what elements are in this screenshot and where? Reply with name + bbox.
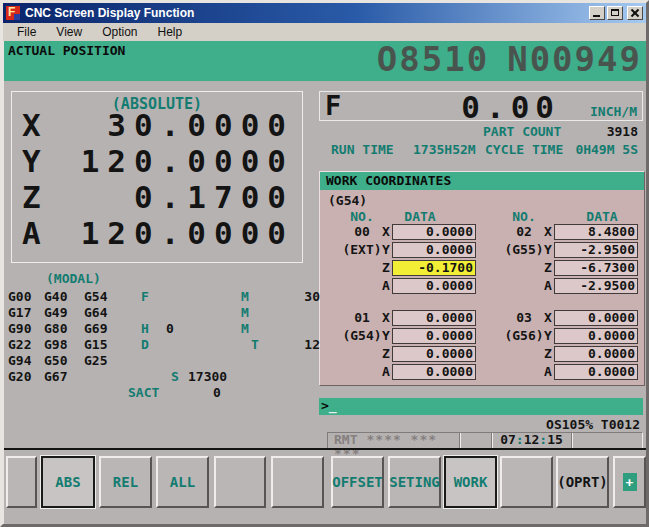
modal-row-3: G90 G80 G69 H 0 M <box>4 321 324 337</box>
window-title: CNC Screen Display Function <box>25 6 194 20</box>
plus-icon: + <box>623 473 637 491</box>
wc-axis: Y <box>544 328 554 343</box>
wc-group-02-g55: 02 (G55) X 8.4800 Y -2.9500 Z -6.7300 A … <box>496 224 644 300</box>
modal-gcode: G00 <box>8 289 31 304</box>
modal-row-4: G22 G98 G15 D T 12 <box>4 337 324 353</box>
modal-gcode: G54 <box>84 289 107 304</box>
wc-03-x-value[interactable]: 0.0000 <box>554 310 638 326</box>
menu-view[interactable]: View <box>50 24 88 40</box>
run-time-label: RUN TIME <box>331 142 394 157</box>
softkey-next-page[interactable]: + <box>613 456 646 508</box>
axis-value: 0.1700 <box>134 179 294 215</box>
col-header-data: DATA <box>560 209 644 224</box>
softkey-rel[interactable]: REL <box>99 456 152 508</box>
modal-title: (MODAL) <box>46 271 101 286</box>
cycle-time-value: 0H49M 5S <box>575 142 638 157</box>
app-icon-corner <box>14 14 20 20</box>
modal-gcode: G49 <box>44 305 67 320</box>
softkey-blank-1[interactable] <box>6 456 37 508</box>
mdi-input-line[interactable]: >_ <box>319 398 643 415</box>
wc-02-z-value[interactable]: -6.7300 <box>554 260 638 276</box>
softkey-oprt[interactable]: (OPRT) <box>556 456 609 508</box>
modal-gcode: G80 <box>44 321 67 336</box>
wc-03-y-value[interactable]: 0.0000 <box>554 328 638 344</box>
wc-00-z-value-highlighted[interactable]: -0.1700 <box>392 260 476 276</box>
wc-03-z-value[interactable]: 0.0000 <box>554 346 638 362</box>
softkey-blank-4[interactable] <box>500 456 553 508</box>
title-bar[interactable]: F CNC Screen Display Function <box>3 3 646 23</box>
close-button[interactable] <box>627 6 643 20</box>
modal-row-5: G94 G50 G25 <box>4 353 324 369</box>
wc-00-x-value[interactable]: 0.0000 <box>392 224 476 240</box>
override-tool-status: OS105% T0012 <box>546 417 640 432</box>
wc-01-a-value[interactable]: 0.0000 <box>392 364 476 380</box>
modal-row-6: G20 G67 S 17300 <box>4 369 324 385</box>
menu-option[interactable]: Option <box>96 24 143 40</box>
wc-02-x-value[interactable]: 8.4800 <box>554 224 638 240</box>
axis-letter: Z <box>22 179 41 215</box>
modal-gcode: G22 <box>8 337 31 352</box>
feedrate-box: F 0.00 INCH/M <box>319 91 643 121</box>
minimize-button[interactable] <box>589 6 605 20</box>
menu-help[interactable]: Help <box>152 24 189 40</box>
modal-f-label: F <box>141 289 149 304</box>
wc-01-x-value[interactable]: 0.0000 <box>392 310 476 326</box>
modal-gcode: G20 <box>8 369 31 384</box>
wc-axis: Y <box>382 242 392 257</box>
modal-gcode: G15 <box>84 337 107 352</box>
maximize-icon <box>611 9 619 16</box>
input-cursor: _ <box>329 398 337 413</box>
wc-02-y-value[interactable]: -2.9500 <box>554 242 638 258</box>
wc-group-00-ext: 00 (EXT) X 0.0000 Y 0.0000 Z -0.1700 A 0… <box>334 224 482 300</box>
modal-row-1: G00 G40 G54 F M 30 <box>4 289 324 305</box>
program-number: O8510 <box>377 39 489 79</box>
modal-m-label: M <box>241 305 249 320</box>
wc-00-a-value[interactable]: 0.0000 <box>392 278 476 294</box>
softkey-blank-2[interactable] <box>214 456 266 508</box>
wc-02-a-value[interactable]: -2.9500 <box>554 278 638 294</box>
softkey-divider <box>4 448 647 450</box>
feedrate-label: F <box>325 90 341 121</box>
wc-axis: A <box>544 278 554 293</box>
modal-m-label: M <box>241 321 249 336</box>
modal-gcode: G67 <box>44 369 67 384</box>
status-empty-cell <box>460 433 492 448</box>
softkey-blank-3[interactable] <box>271 456 324 508</box>
modal-m-label: M <box>241 289 249 304</box>
col-header-no: NO. <box>496 209 552 224</box>
wc-03-a-value[interactable]: 0.0000 <box>554 364 638 380</box>
softkey-seting[interactable]: SETING <box>388 456 441 508</box>
modal-t-label: T <box>251 337 259 352</box>
softkey-work[interactable]: WORK <box>444 456 497 508</box>
wc-axis: Z <box>382 346 392 361</box>
menu-file[interactable]: File <box>11 24 42 40</box>
cnc-screen: ACTUAL POSITION O8510N00949 (ABSOLUTE) X… <box>3 41 646 526</box>
modal-t-value: 12 <box>288 337 320 352</box>
active-work-system: (G54) <box>328 193 367 208</box>
axis-row-y: Y 120.0000 <box>20 143 294 178</box>
status-empty-cell <box>572 433 642 448</box>
wc-axis: X <box>382 310 392 325</box>
wc-axis: A <box>382 364 392 379</box>
wc-axis: X <box>544 224 554 239</box>
modal-gcode: G90 <box>8 321 31 336</box>
modal-gcode: G98 <box>44 337 67 352</box>
modal-gcode: G25 <box>84 353 107 368</box>
wc-axis: Z <box>544 260 554 275</box>
wc-01-z-value[interactable]: 0.0000 <box>392 346 476 362</box>
softkey-offset[interactable]: OFFSET <box>331 456 384 508</box>
wc-00-y-value[interactable]: 0.0000 <box>392 242 476 258</box>
axis-value: 120.0000 <box>81 143 294 179</box>
col-header-data: DATA <box>378 209 462 224</box>
axis-value: 30.0000 <box>107 107 294 143</box>
maximize-button[interactable] <box>607 6 623 20</box>
wc-axis: X <box>544 310 554 325</box>
modal-h-value: 0 <box>166 321 174 336</box>
softkey-abs[interactable]: ABS <box>41 456 95 508</box>
work-coordinates-panel: WORK COORDINATES (G54) NO. DATA NO. DATA… <box>319 171 645 386</box>
softkey-all[interactable]: ALL <box>156 456 209 508</box>
wc-01-y-value[interactable]: 0.0000 <box>392 328 476 344</box>
wc-axis: A <box>544 364 554 379</box>
modal-row-2: G17 G49 G64 M <box>4 305 324 321</box>
mode-indicator: RMT <box>334 432 357 447</box>
